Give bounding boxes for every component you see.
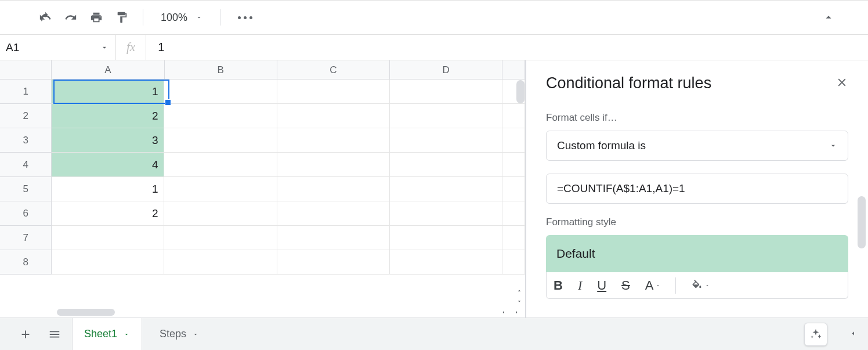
sparkle-icon xyxy=(809,328,822,341)
cell[interactable] xyxy=(390,80,502,104)
row-header[interactable]: 1 xyxy=(0,80,52,104)
column-header[interactable]: B xyxy=(165,60,277,79)
cell[interactable]: 1 xyxy=(52,80,164,104)
cell-partial[interactable] xyxy=(502,201,525,226)
cell[interactable] xyxy=(390,104,502,128)
cell[interactable] xyxy=(390,226,502,250)
cell-partial[interactable] xyxy=(502,104,525,128)
vertical-scrollbar[interactable] xyxy=(516,80,525,103)
show-side-panel-button[interactable] xyxy=(848,329,858,340)
condition-dropdown[interactable]: Custom formula is xyxy=(546,131,848,161)
cell[interactable] xyxy=(277,104,390,128)
column-header[interactable]: D xyxy=(390,60,502,79)
sheet-tab[interactable]: Steps xyxy=(148,318,211,350)
row-header[interactable]: 3 xyxy=(0,128,52,153)
column-header[interactable]: C xyxy=(277,60,390,79)
strikethrough-button[interactable]: S xyxy=(621,278,630,293)
scroll-left-button[interactable] xyxy=(498,307,509,317)
cell[interactable] xyxy=(277,201,390,226)
all-sheets-button[interactable] xyxy=(43,323,66,346)
panel-scrollbar[interactable] xyxy=(858,196,866,248)
cell-partial[interactable] xyxy=(502,250,525,275)
cell-partial[interactable] xyxy=(502,128,525,153)
cell[interactable] xyxy=(277,128,390,153)
cell[interactable]: 4 xyxy=(52,153,164,177)
cell[interactable] xyxy=(164,250,277,275)
cell[interactable] xyxy=(390,250,502,275)
row-header[interactable]: 4 xyxy=(0,153,52,177)
cell[interactable] xyxy=(390,153,502,177)
add-sheet-button[interactable] xyxy=(14,323,37,346)
row-header[interactable]: 6 xyxy=(0,201,52,226)
cell[interactable]: 2 xyxy=(52,201,164,226)
cell[interactable] xyxy=(390,177,502,201)
style-preview[interactable]: Default xyxy=(546,235,848,272)
formula-input[interactable]: 1 xyxy=(146,35,868,60)
undo-button[interactable] xyxy=(35,7,56,28)
cell[interactable]: 2 xyxy=(52,104,164,128)
close-icon xyxy=(836,76,848,89)
row-header[interactable]: 5 xyxy=(0,177,52,201)
cell[interactable] xyxy=(164,80,277,104)
cell[interactable] xyxy=(277,80,390,104)
cell[interactable] xyxy=(277,153,390,177)
explore-button[interactable] xyxy=(804,323,827,346)
fill-color-button[interactable] xyxy=(691,280,710,291)
chevron-left-icon xyxy=(848,329,858,338)
zoom-value: 100% xyxy=(161,12,187,24)
chevron-down-icon xyxy=(123,331,130,338)
paint-format-button[interactable] xyxy=(111,7,132,28)
custom-formula-input[interactable]: =COUNTIF(A$1:A1,A1)=1 xyxy=(546,174,848,204)
cell[interactable]: 3 xyxy=(52,128,164,153)
cell[interactable] xyxy=(52,226,164,250)
bold-button[interactable]: B xyxy=(554,278,563,293)
grid-row: 7 xyxy=(0,226,525,250)
condition-value: Custom formula is xyxy=(557,139,646,152)
cell[interactable] xyxy=(390,128,502,153)
cell[interactable] xyxy=(164,226,277,250)
scroll-down-button[interactable] xyxy=(515,297,524,306)
italic-button[interactable]: I xyxy=(578,278,582,293)
cell[interactable] xyxy=(277,250,390,275)
cell[interactable]: 1 xyxy=(52,177,164,201)
underline-button[interactable]: U xyxy=(597,278,606,293)
cell[interactable] xyxy=(164,177,277,201)
cell[interactable] xyxy=(164,153,277,177)
redo-button[interactable] xyxy=(60,7,81,28)
grid-row: 8 xyxy=(0,250,525,275)
cell-partial[interactable] xyxy=(502,177,525,201)
cell[interactable] xyxy=(277,177,390,201)
row-header[interactable]: 8 xyxy=(0,250,52,275)
more-button[interactable] xyxy=(231,16,259,19)
column-header[interactable]: A xyxy=(52,60,164,79)
row-header[interactable]: 2 xyxy=(0,104,52,128)
cell[interactable] xyxy=(164,201,277,226)
name-box[interactable]: A1 xyxy=(0,35,116,60)
text-color-button[interactable]: A xyxy=(645,278,661,293)
spreadsheet-grid[interactable]: A B C D 11223344516278 xyxy=(0,60,526,317)
cell[interactable] xyxy=(277,226,390,250)
close-panel-button[interactable] xyxy=(836,76,848,91)
cell-partial[interactable] xyxy=(502,226,525,250)
sheet-tab-active[interactable]: Sheet1 xyxy=(72,318,142,350)
cell[interactable] xyxy=(52,250,164,275)
cell[interactable] xyxy=(164,128,277,153)
column-header-partial[interactable] xyxy=(502,60,525,79)
cell-partial[interactable] xyxy=(502,153,525,177)
chevron-down-icon xyxy=(100,44,108,52)
scroll-right-button[interactable] xyxy=(511,307,522,317)
zoom-dropdown[interactable]: 100% xyxy=(154,12,209,24)
formatting-style-label: Formatting style xyxy=(546,217,848,228)
cell[interactable] xyxy=(164,104,277,128)
fx-label: fx xyxy=(116,35,146,60)
collapse-toolbar-button[interactable] xyxy=(818,7,839,28)
cell[interactable] xyxy=(390,201,502,226)
horizontal-scrollbar[interactable] xyxy=(57,309,115,316)
scroll-up-button[interactable] xyxy=(515,286,524,295)
print-button[interactable] xyxy=(86,7,107,28)
grid-row: 44 xyxy=(0,153,525,177)
select-all-corner[interactable] xyxy=(0,60,52,79)
fill-icon xyxy=(691,280,703,291)
grid-row: 51 xyxy=(0,177,525,201)
row-header[interactable]: 7 xyxy=(0,226,52,250)
